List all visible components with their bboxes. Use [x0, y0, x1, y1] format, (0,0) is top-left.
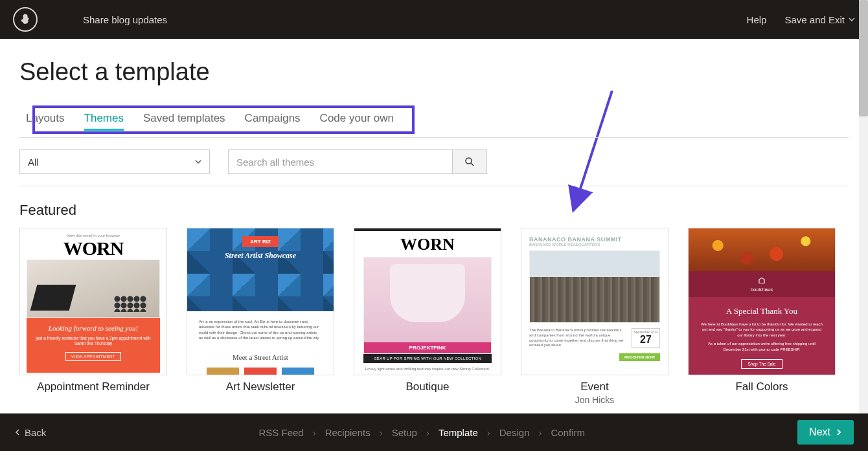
- chevron-right-icon: ›: [380, 427, 383, 438]
- mailchimp-logo[interactable]: [13, 7, 38, 32]
- tab-code-your-own[interactable]: Code your own: [320, 112, 394, 131]
- search-bar: [228, 149, 487, 174]
- template-name: Event: [521, 380, 668, 393]
- main-content: Select a template Layouts Themes Saved t…: [0, 39, 868, 451]
- campaign-name[interactable]: Share blog updates: [83, 14, 167, 25]
- chevron-right-icon: ›: [487, 427, 490, 438]
- template-name: Fall Colors: [688, 380, 836, 393]
- search-input[interactable]: [228, 149, 452, 174]
- template-card-art-newsletter[interactable]: ART BIZ Street Artist Showcase Art is an…: [187, 228, 334, 405]
- top-header: Share blog updates Help Save and Exit: [0, 0, 868, 39]
- template-thumbnail: bookhaus A Special Thank You We here at …: [688, 228, 836, 375]
- save-exit-label: Save and Exit: [784, 14, 845, 25]
- template-author: Jon Hicks: [521, 395, 668, 405]
- chevron-down-icon: [195, 159, 201, 165]
- step-design[interactable]: Design: [499, 427, 530, 438]
- template-card-fall-colors[interactable]: bookhaus A Special Thank You We here at …: [688, 228, 836, 405]
- tab-layouts[interactable]: Layouts: [26, 112, 65, 131]
- search-icon: [464, 156, 475, 168]
- page-title: Select a template: [19, 58, 849, 86]
- svg-point-1: [466, 158, 472, 164]
- step-setup[interactable]: Setup: [392, 427, 417, 438]
- template-name: Boutique: [354, 380, 501, 393]
- chevron-right-icon: ›: [538, 427, 542, 438]
- back-label: Back: [25, 427, 46, 438]
- wizard-steps: RSS Feed › Recipients › Setup › Template…: [258, 427, 585, 438]
- chevron-left-icon: [14, 429, 21, 435]
- template-card-event[interactable]: BANANACO BANANA SUMMIT BANANACO WORLD HE…: [521, 228, 668, 405]
- step-recipients[interactable]: Recipients: [325, 427, 371, 438]
- section-title-featured: Featured: [19, 202, 849, 219]
- template-card-boutique[interactable]: WORN PROJEKTPINK GEAR UP FOR SPRING WITH…: [354, 228, 501, 405]
- next-button[interactable]: Next: [797, 420, 854, 445]
- step-template[interactable]: Template: [439, 427, 478, 438]
- step-confirm[interactable]: Confirm: [551, 427, 585, 438]
- search-button[interactable]: [452, 149, 487, 174]
- template-thumbnail: View this email in your browser WORN Loo…: [19, 228, 167, 375]
- template-thumbnail: ART BIZ Street Artist Showcase Art is an…: [187, 228, 334, 375]
- chevron-right-icon: ›: [426, 427, 429, 438]
- dropdown-value: All: [28, 157, 39, 168]
- template-grid: View this email in your browser WORN Loo…: [19, 228, 849, 405]
- category-dropdown[interactable]: All: [19, 149, 210, 174]
- filter-row: All: [19, 138, 849, 186]
- step-rss-feed[interactable]: RSS Feed: [258, 427, 303, 438]
- tabs-container: Layouts Themes Saved templates Campaigns…: [19, 112, 849, 138]
- tab-saved-templates[interactable]: Saved templates: [143, 112, 225, 131]
- tab-themes[interactable]: Themes: [84, 112, 124, 131]
- template-thumbnail: BANANACO BANANA SUMMIT BANANACO WORLD HE…: [521, 228, 668, 375]
- svg-line-2: [471, 163, 474, 166]
- chevron-right-icon: ›: [313, 427, 316, 438]
- chevron-down-icon: [849, 16, 855, 23]
- next-label: Next: [809, 426, 830, 438]
- template-card-appointment-reminder[interactable]: View this email in your browser WORN Loo…: [19, 228, 167, 405]
- template-thumbnail: WORN PROJEKTPINK GEAR UP FOR SPRING WITH…: [354, 228, 501, 375]
- tab-campaigns[interactable]: Campaigns: [245, 112, 301, 131]
- footer-bar: Back RSS Feed › Recipients › Setup › Tem…: [0, 413, 868, 451]
- chevron-right-icon: [836, 429, 842, 435]
- save-and-exit-button[interactable]: Save and Exit: [784, 14, 855, 25]
- help-link[interactable]: Help: [747, 14, 767, 25]
- back-button[interactable]: Back: [14, 427, 46, 438]
- template-name: Appointment Reminder: [19, 380, 167, 393]
- template-name: Art Newsletter: [187, 380, 334, 393]
